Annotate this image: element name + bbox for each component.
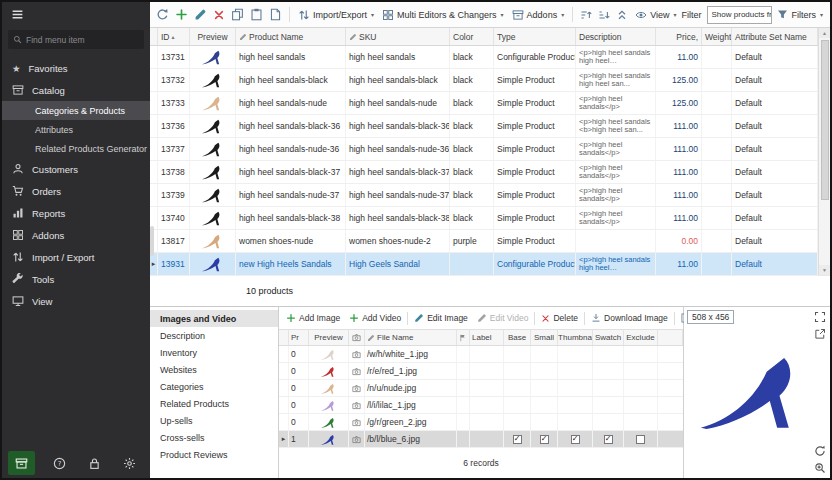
col-thumbnail[interactable]: Thumbna bbox=[558, 330, 593, 345]
category-filter-select[interactable]: Show products from selected categories▾ bbox=[707, 6, 773, 24]
multi-editors-menu[interactable]: Multi Editors & Changers▾ bbox=[379, 8, 507, 22]
sort-asc-button[interactable] bbox=[578, 8, 594, 22]
col-exclude[interactable]: Exclude bbox=[624, 330, 658, 345]
col-weight[interactable]: Weight bbox=[702, 28, 732, 45]
tab-websites[interactable]: Websites bbox=[150, 361, 278, 378]
col-type[interactable]: Type bbox=[494, 28, 576, 45]
sidebar-item-reports[interactable]: Reports bbox=[2, 202, 150, 224]
tab-product-reviews[interactable]: Product Reviews bbox=[150, 446, 278, 463]
sidebar-item-catalog[interactable]: Catalog bbox=[2, 79, 150, 101]
hamburger-menu-button[interactable] bbox=[2, 2, 150, 27]
paste-button[interactable] bbox=[248, 7, 265, 22]
col-sku[interactable]: SKU bbox=[346, 28, 450, 45]
settings-button[interactable] bbox=[118, 452, 140, 474]
delete-image-button[interactable]: Delete bbox=[537, 312, 582, 324]
help-button[interactable] bbox=[48, 452, 70, 474]
image-row[interactable]: 0 /g/r/green_2.jpg bbox=[279, 414, 683, 431]
add-image-button[interactable]: Add Image bbox=[282, 312, 344, 324]
rotate-icon[interactable] bbox=[814, 445, 826, 457]
download-image-button[interactable]: Download Image bbox=[587, 312, 672, 324]
col-preview[interactable]: Preview bbox=[190, 28, 236, 45]
base-checkbox[interactable] bbox=[513, 435, 522, 444]
panel-splitter[interactable] bbox=[150, 226, 154, 256]
filters-menu[interactable]: Filters▾ bbox=[774, 8, 826, 21]
open-external-icon[interactable] bbox=[814, 328, 826, 340]
scroll-up-arrow[interactable]: ▲ bbox=[819, 28, 830, 38]
tab-cross-sells[interactable]: Cross-sells bbox=[150, 429, 278, 446]
small-checkbox[interactable] bbox=[540, 435, 549, 444]
product-row[interactable]: 13737 high heel sandals-nude-36 high hee… bbox=[150, 138, 818, 161]
sidebar-item-customers[interactable]: Customers bbox=[2, 158, 150, 180]
product-row[interactable]: 13738 high heel sandals-black-37 high he… bbox=[150, 161, 818, 184]
thumbnail-checkbox[interactable] bbox=[571, 435, 580, 444]
col-preview[interactable]: Preview bbox=[309, 330, 349, 345]
import-export-menu[interactable]: Import/Export▾ bbox=[295, 8, 377, 22]
sort-desc-button[interactable] bbox=[596, 8, 612, 22]
product-row[interactable]: 13736 high heel sandals-black-36 high he… bbox=[150, 115, 818, 138]
add-product-button[interactable] bbox=[173, 7, 190, 22]
col-attribute-set[interactable]: Attribute Set Name bbox=[732, 28, 818, 45]
col-camera[interactable] bbox=[349, 330, 365, 345]
col-description[interactable]: Description bbox=[576, 28, 656, 45]
sidebar-item-tools[interactable]: Tools bbox=[2, 268, 150, 290]
sidebar-item-categories-products[interactable]: Categories & Products bbox=[2, 101, 150, 120]
product-row-selected[interactable]: ▸ 13931 new High Heels Sandals High Geel… bbox=[150, 253, 818, 276]
addons-menu[interactable]: Addons▾ bbox=[509, 8, 568, 22]
menu-search-input[interactable] bbox=[26, 35, 139, 45]
scroll-down-arrow[interactable]: ▼ bbox=[819, 265, 830, 275]
tab-inventory[interactable]: Inventory bbox=[150, 344, 278, 361]
col-base[interactable]: Base bbox=[504, 330, 531, 345]
product-row[interactable]: 13732 high heel sandals-black high heel … bbox=[150, 69, 818, 92]
tab-related-products[interactable]: Related Products bbox=[150, 395, 278, 412]
col-color[interactable]: Color bbox=[450, 28, 494, 45]
menu-search-box[interactable] bbox=[8, 30, 144, 49]
sidebar-item-related-products-generator[interactable]: Related Products Generator bbox=[2, 139, 150, 158]
exclude-checkbox[interactable] bbox=[636, 435, 645, 444]
fullscreen-icon[interactable] bbox=[814, 311, 826, 323]
sidebar-item-favorites[interactable]: ★Favorites bbox=[2, 57, 150, 79]
sidebar-item-import-export[interactable]: Import / Export bbox=[2, 246, 150, 268]
add-video-button[interactable]: Add Video bbox=[345, 312, 405, 324]
image-row-selected[interactable]: ▸ 1 /b/l/blue_6.jpg bbox=[279, 431, 683, 448]
col-price[interactable]: Price, bbox=[656, 28, 702, 45]
tab-up-sells[interactable]: Up-sells bbox=[150, 412, 278, 429]
col-product-name[interactable]: Product Name bbox=[236, 28, 346, 45]
collapse-rows-button[interactable] bbox=[614, 8, 630, 22]
col-flag[interactable] bbox=[457, 330, 470, 345]
sidebar-item-orders[interactable]: Orders bbox=[2, 180, 150, 202]
col-id[interactable]: ID▴ bbox=[158, 28, 190, 45]
product-row[interactable]: 13731 high heel sandals high heel sandal… bbox=[150, 46, 818, 69]
view-menu[interactable]: View▾ bbox=[632, 8, 679, 22]
refresh-button[interactable] bbox=[154, 7, 171, 22]
scroll-thumb[interactable] bbox=[821, 40, 829, 200]
tab-images-and-video[interactable]: Images and Video bbox=[150, 310, 278, 327]
store-view-button[interactable] bbox=[8, 451, 35, 475]
sidebar-item-view[interactable]: View bbox=[2, 290, 150, 312]
product-row[interactable]: 13740 high heel sandals-black-38 high he… bbox=[150, 207, 818, 230]
product-row[interactable]: 13817 women shoes-nude women shoes-nude-… bbox=[150, 230, 818, 253]
col-file-name[interactable]: File Name bbox=[365, 330, 457, 345]
zoom-icon[interactable] bbox=[814, 462, 826, 474]
image-row[interactable]: 0 /w/h/white_1.jpg bbox=[279, 346, 683, 363]
lock-button[interactable] bbox=[83, 452, 105, 474]
swatch-checkbox[interactable] bbox=[604, 435, 613, 444]
image-row[interactable]: 0 /r/e/red_1.jpg bbox=[279, 363, 683, 380]
edit-product-button[interactable] bbox=[192, 7, 209, 22]
product-row[interactable]: 13739 high heel sandals-nude-37 high hee… bbox=[150, 184, 818, 207]
delete-product-button[interactable] bbox=[211, 8, 227, 22]
export-document-button[interactable] bbox=[267, 7, 284, 22]
sidebar-item-attributes[interactable]: Attributes bbox=[2, 120, 150, 139]
edit-image-button[interactable]: Edit Image bbox=[410, 312, 472, 324]
edit-video-button[interactable]: Edit Video bbox=[473, 312, 533, 324]
product-row[interactable]: 13733 high heel sandals-nude high heel s… bbox=[150, 92, 818, 115]
col-swatch[interactable]: Swatch bbox=[593, 330, 624, 345]
sidebar-item-addons[interactable]: Addons bbox=[2, 224, 150, 246]
tab-categories[interactable]: Categories bbox=[150, 378, 278, 395]
image-row[interactable]: 0 /n/u/nude.jpg bbox=[279, 380, 683, 397]
vertical-scrollbar[interactable]: ▲ ▼ bbox=[818, 28, 830, 275]
tab-description[interactable]: Description bbox=[150, 327, 278, 344]
col-small[interactable]: Small bbox=[531, 330, 558, 345]
copy-button[interactable] bbox=[229, 7, 246, 22]
col-priority[interactable]: Pr bbox=[289, 330, 309, 345]
image-row[interactable]: 0 /l/i/lilac_1.jpg bbox=[279, 397, 683, 414]
